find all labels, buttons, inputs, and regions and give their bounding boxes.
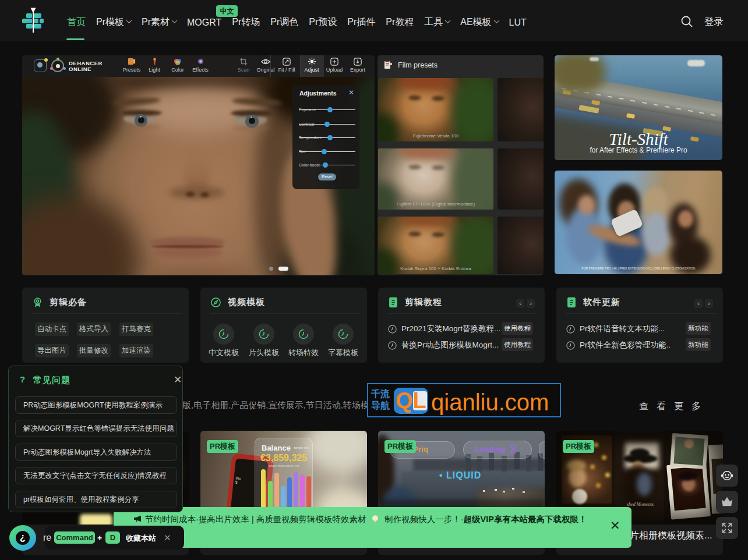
svg-text:?: ? [20, 374, 25, 384]
